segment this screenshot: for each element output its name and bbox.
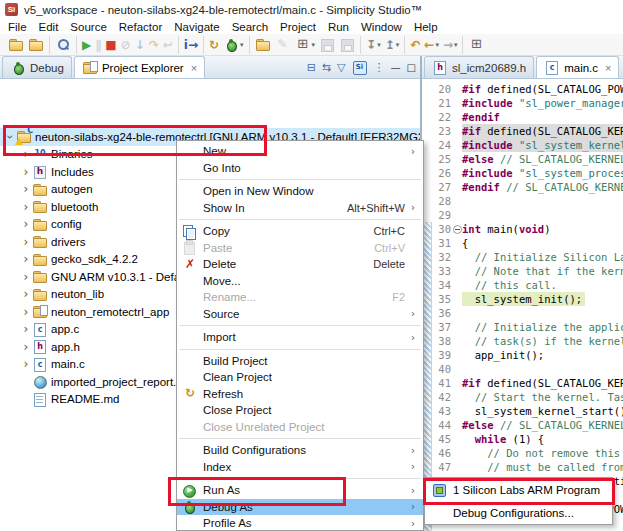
chevron-collapsed-icon[interactable]: ›: [20, 217, 32, 231]
step-over-button[interactable]: ↷: [148, 36, 160, 54]
menu-item-refresh[interactable]: ↻Refresh: [177, 386, 423, 403]
disconnect-button[interactable]: ⊘: [120, 36, 132, 54]
open-file-button[interactable]: [7, 36, 25, 54]
menu-item-index[interactable]: Index›: [177, 459, 423, 476]
toggle-mark-occurrences-button[interactable]: ✎: [274, 36, 292, 54]
dropdown-caret-icon[interactable]: ▾: [240, 41, 244, 49]
code-editor[interactable]: 20#if defined(SL_CATALOG_POWER_MANAGER_P…: [431, 79, 623, 531]
last-edit-location-button[interactable]: ↶: [409, 36, 421, 54]
link-with-editor-icon[interactable]: ⇆: [322, 61, 331, 74]
chevron-collapsed-icon[interactable]: ›: [20, 182, 32, 196]
code-line-24[interactable]: 24#include "sl_system_kernel.h": [431, 138, 623, 152]
tab-close-icon[interactable]: ×: [191, 62, 197, 74]
chevron-collapsed-icon[interactable]: ›: [20, 252, 32, 266]
code-line-27[interactable]: 27#endif // SL_CATALOG_KERNEL_PRESENT: [431, 180, 623, 194]
code-line-36[interactable]: 36: [431, 306, 623, 320]
menu-item-copy[interactable]: CopyCtrl+C: [177, 223, 423, 240]
menubar-item-refactor[interactable]: Refactor: [113, 21, 168, 33]
next-annotation-button[interactable]: ↧▾: [365, 36, 382, 54]
menubar-item-navigate[interactable]: Navigate: [168, 21, 225, 33]
si-package-icon[interactable]: Si: [352, 60, 368, 75]
code-line-38[interactable]: 38 // task(s) if the kernel is present.: [431, 334, 623, 348]
chevron-collapsed-icon[interactable]: ›: [20, 357, 32, 371]
debug-button[interactable]: ▾: [222, 36, 245, 54]
menubar-item-file[interactable]: File: [2, 21, 33, 33]
search-button[interactable]: [54, 36, 72, 54]
code-line-45[interactable]: 45 while (1) {: [431, 432, 623, 446]
menu-item-show-in[interactable]: Show InAlt+Shift+W›: [177, 200, 423, 217]
menubar-item-window[interactable]: Window: [355, 21, 408, 33]
menubar-item-search[interactable]: Search: [226, 21, 274, 33]
new-view-button[interactable]: ⊞▾: [294, 36, 317, 54]
dropdown-caret-icon[interactable]: ▾: [454, 41, 458, 49]
step-return-button[interactable]: ↩: [162, 36, 174, 54]
code-line-20[interactable]: 20#if defined(SL_CATALOG_POWER_MANAGER_P…: [431, 82, 623, 96]
code-line-23[interactable]: 23#if defined(SL_CATALOG_KERNEL_PRESENT): [431, 124, 623, 138]
code-line-40[interactable]: 40: [431, 362, 623, 376]
resume-button[interactable]: ▶: [81, 36, 92, 54]
menu-item-close-unrelated-project[interactable]: Close Unrelated Project: [177, 419, 423, 436]
save-all-button[interactable]: [338, 36, 356, 54]
menu-item-import[interactable]: Import›: [177, 329, 423, 346]
code-line-46[interactable]: 46 // Do not remove this call: Silicon L…: [431, 446, 623, 460]
code-line-44[interactable]: 44#else // SL_CATALOG_KERNEL_PRESENT: [431, 418, 623, 432]
code-line-41[interactable]: 41#if defined(SL_CATALOG_KERNEL_PRESENT): [431, 376, 623, 390]
code-line-42[interactable]: 42 // Start the kernel. Task(s) created …: [431, 390, 623, 404]
menu-item-go-into[interactable]: Go Into: [177, 160, 423, 177]
chevron-collapsed-icon[interactable]: ›: [20, 235, 32, 249]
open-project-button[interactable]: [27, 36, 45, 54]
chevron-collapsed-icon[interactable]: ›: [20, 165, 32, 179]
filter-icon[interactable]: ▽: [337, 61, 345, 74]
menubar-item-source[interactable]: Source: [64, 21, 112, 33]
code-line-33[interactable]: 33 // Note that if the kernel is present…: [431, 264, 623, 278]
dropdown-caret-icon[interactable]: ▾: [435, 41, 439, 49]
code-line-30[interactable]: 30int main(void): [431, 222, 623, 236]
new-source-file-button[interactable]: ⊞: [467, 36, 485, 54]
code-line-22[interactable]: 22#endif: [431, 110, 623, 124]
code-line-31[interactable]: 31{: [431, 236, 623, 250]
minimize-button[interactable]: —: [391, 62, 401, 73]
code-line-39[interactable]: 39 app_init();: [431, 348, 623, 362]
back-button[interactable]: ←▾: [423, 36, 440, 54]
menu-item-paste[interactable]: PasteCtrl+V: [177, 240, 423, 257]
forward-button[interactable]: →▾: [442, 36, 459, 54]
dropdown-caret-icon[interactable]: ▾: [377, 41, 381, 49]
step-into-button[interactable]: ↓: [134, 36, 146, 54]
menu-item-delete[interactable]: ✗DeleteDelete: [177, 256, 423, 273]
menu-item-build-configurations[interactable]: Build Configurations›: [177, 442, 423, 459]
chevron-collapsed-icon[interactable]: ›: [20, 340, 32, 354]
code-line-26[interactable]: 26#include "sl_system_process_action.h": [431, 166, 623, 180]
tab-close-icon[interactable]: ×: [605, 62, 611, 74]
open-resource-button[interactable]: [254, 36, 272, 54]
relaunch-button[interactable]: ↻: [208, 36, 220, 54]
code-line-28[interactable]: 28: [431, 194, 623, 208]
chevron-collapsed-icon[interactable]: ›: [20, 200, 32, 214]
save-button[interactable]: [318, 36, 336, 54]
dropdown-caret-icon[interactable]: ▾: [396, 41, 400, 49]
code-line-43[interactable]: 43 sl_system_kernel_start();: [431, 404, 623, 418]
dropdown-caret-icon[interactable]: ▾: [312, 41, 316, 49]
chevron-collapsed-icon[interactable]: ›: [20, 322, 32, 336]
code-line-29[interactable]: 29: [431, 208, 623, 222]
code-line-32[interactable]: 32 // Initialize Silicon Labs device, sy…: [431, 250, 623, 264]
menu-item-move[interactable]: Move...: [177, 273, 423, 290]
editor-tab-sl-icm20689-h[interactable]: hsl_icm20689.h: [424, 56, 534, 78]
menubar-item-run[interactable]: Run: [322, 21, 355, 33]
view-tab-project-explorer[interactable]: Project Explorer×: [74, 56, 205, 78]
view-menu-icon[interactable]: ⋮: [374, 61, 385, 74]
menu-item-rename[interactable]: Rename...F2: [177, 289, 423, 306]
run-to-line-button[interactable]: i→: [183, 36, 199, 54]
menu-item-open-in-new-window[interactable]: Open in New Window: [177, 183, 423, 200]
menu-item-close-project[interactable]: Close Project: [177, 402, 423, 419]
code-line-21[interactable]: 21#include "sl_power_manager.h": [431, 96, 623, 110]
menubar-item-project[interactable]: Project: [274, 21, 322, 33]
previous-annotation-button[interactable]: ↥▾: [384, 36, 401, 54]
suspend-button[interactable]: ∥: [94, 36, 102, 54]
code-line-35[interactable]: 35 sl_system_init();: [431, 292, 623, 306]
collapse-all-icon[interactable]: ⊟: [307, 61, 316, 74]
terminate-button[interactable]: ■: [104, 36, 117, 54]
menubar-item-edit[interactable]: Edit: [33, 21, 65, 33]
editor-tab-main-c[interactable]: cmain.c×: [536, 56, 619, 78]
chevron-collapsed-icon[interactable]: ›: [20, 305, 32, 319]
code-line-34[interactable]: 34 // this call.: [431, 278, 623, 292]
